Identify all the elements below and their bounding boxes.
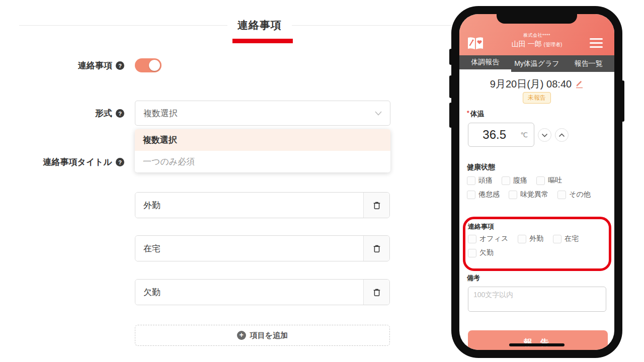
checkbox[interactable]	[553, 235, 561, 243]
temperature-label: *体温	[467, 110, 485, 119]
phone-volume-down-button	[449, 103, 452, 128]
help-icon[interactable]: ?	[116, 109, 124, 118]
chevron-down-icon	[541, 133, 548, 137]
status-badge-row: 未報告	[459, 92, 614, 104]
contact-toggle-label-text: 連絡事項	[78, 60, 112, 71]
tab-health-report[interactable]: 体調報告	[459, 55, 511, 72]
format-select[interactable]: 複数選択	[135, 101, 390, 126]
checkbox-office[interactable]: オフィス	[468, 234, 508, 243]
dropdown-option-single[interactable]: 一つのみ必須	[135, 151, 390, 172]
tab-my-temp-graph[interactable]: My体温グラフ	[511, 55, 563, 72]
temperature-value-input[interactable]	[468, 128, 520, 142]
phone-power-button	[621, 80, 624, 122]
report-date: 9月20日(月) 08:40	[490, 77, 572, 91]
item-row	[135, 192, 390, 218]
trash-icon	[372, 200, 382, 211]
contact-checkbox-row: 欠勤	[468, 248, 494, 257]
checkbox[interactable]	[468, 235, 476, 243]
add-item-button[interactable]: + 項目を追加	[135, 325, 390, 346]
required-asterisk: *	[467, 110, 469, 117]
health-checkbox-row: 倦怠感 味覚異常 その他	[467, 190, 591, 199]
add-item-button-label: 項目を追加	[250, 331, 288, 340]
remarks-label: 備考	[467, 274, 480, 283]
item-title-input[interactable]	[135, 193, 363, 218]
page-title: 連絡事項	[227, 18, 292, 32]
temperature-unit: ℃	[520, 131, 528, 139]
item-row	[135, 279, 390, 305]
report-date-row: 9月20日(月) 08:40	[459, 77, 614, 91]
toggle-knob	[149, 60, 160, 71]
checkbox[interactable]	[467, 176, 475, 185]
item-titles-label-text: 連絡事項タイトル	[43, 156, 112, 168]
format-dropdown-menu: 複数選択 一つのみ必須	[135, 129, 390, 172]
contact-toggle-label: 連絡事項 ?	[78, 60, 124, 71]
checkbox-vomiting[interactable]: 嘔吐	[536, 176, 562, 185]
checkbox-work-from-home[interactable]: 在宅	[553, 234, 579, 243]
checkbox-taste-abnormality[interactable]: 味覚異常	[509, 190, 548, 199]
temperature-input-box: ℃	[468, 123, 534, 147]
item-titles-label: 連絡事項タイトル ?	[43, 156, 124, 168]
delete-item-button[interactable]	[363, 280, 389, 305]
remarks-textarea[interactable]	[468, 287, 606, 312]
checkbox-stomachache[interactable]: 腹痛	[502, 176, 527, 185]
help-icon[interactable]: ?	[116, 158, 124, 166]
contact-section-label: 連絡事項	[468, 222, 494, 231]
delete-item-button[interactable]	[363, 193, 389, 218]
user-name-text: 山田 一郎	[512, 40, 542, 48]
edit-date-icon[interactable]	[575, 80, 584, 88]
checkbox[interactable]	[502, 176, 510, 185]
trash-icon	[372, 287, 382, 298]
checkbox-absence[interactable]: 欠勤	[468, 248, 494, 257]
item-title-input[interactable]	[135, 280, 363, 305]
checkbox-field-work[interactable]: 外勤	[518, 234, 543, 243]
health-checkbox-row: 頭痛 腹痛 嘔吐	[467, 176, 562, 185]
checkbox[interactable]	[468, 249, 476, 257]
checkbox-headache[interactable]: 頭痛	[467, 176, 493, 185]
phone-notch	[497, 14, 577, 24]
tab-report-list[interactable]: 報告一覧	[562, 55, 614, 72]
page-title-underline	[232, 39, 293, 43]
dropdown-option-multiple[interactable]: 複数選択	[135, 129, 390, 151]
temperature-decrease-button[interactable]	[538, 128, 551, 142]
checkbox[interactable]	[557, 191, 566, 199]
format-select-value: 複数選択	[143, 108, 178, 119]
contact-checkbox-row: オフィス 外勤 在宅	[468, 234, 579, 243]
delete-item-button[interactable]	[363, 236, 389, 261]
health-status-label: 健康状態	[467, 163, 495, 172]
chevron-up-icon	[558, 133, 565, 137]
contact-toggle-switch[interactable]	[135, 58, 162, 72]
checkbox-other[interactable]: その他	[557, 190, 591, 199]
home-indicator	[509, 343, 565, 346]
temperature-increase-button[interactable]	[555, 128, 569, 142]
temperature-label-text: 体温	[470, 110, 485, 118]
help-icon[interactable]: ?	[116, 61, 124, 70]
checkbox[interactable]	[509, 191, 517, 199]
phone-volume-up-button	[449, 75, 452, 98]
checkbox[interactable]	[467, 191, 475, 199]
chevron-down-icon	[375, 111, 382, 116]
hamburger-menu-icon[interactable]	[590, 38, 603, 48]
checkbox[interactable]	[518, 235, 526, 243]
phone-mockup: 株式会社**** 山田 一郎 (管理者) 体調報告 My体温グラフ 報告一覧 9…	[449, 6, 625, 358]
plus-icon: +	[237, 331, 246, 340]
phone-mute-switch	[449, 49, 452, 65]
trash-icon	[372, 243, 382, 254]
format-label-text: 形式	[95, 108, 112, 119]
submit-report-button[interactable]: 報 告	[468, 330, 608, 350]
item-row	[135, 235, 390, 261]
checkbox[interactable]	[536, 176, 545, 185]
status-badge: 未報告	[523, 92, 551, 104]
phone-screen: 株式会社**** 山田 一郎 (管理者) 体調報告 My体温グラフ 報告一覧 9…	[459, 14, 614, 350]
user-role: (管理者)	[544, 42, 562, 47]
app-tabbar: 体調報告 My体温グラフ 報告一覧	[459, 55, 614, 72]
format-label: 形式 ?	[95, 108, 124, 119]
item-title-input[interactable]	[135, 236, 363, 261]
checkbox-fatigue[interactable]: 倦怠感	[467, 190, 500, 199]
